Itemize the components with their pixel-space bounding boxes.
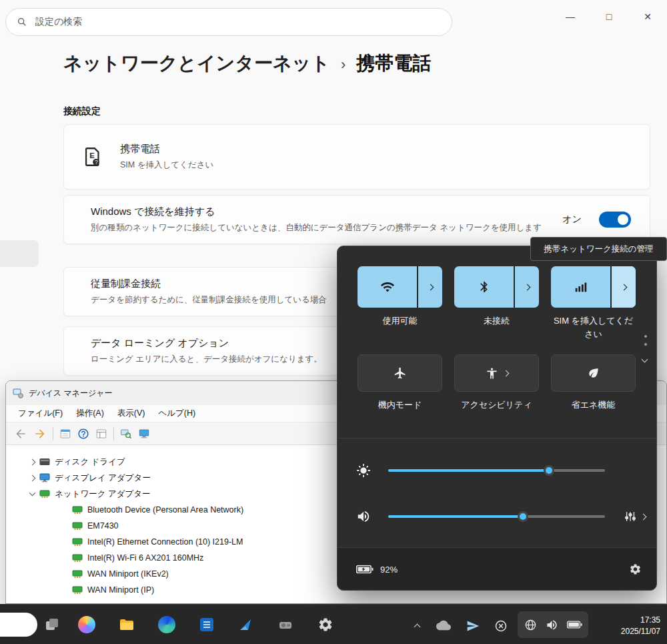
chevron-right-icon[interactable] [29, 458, 36, 465]
hidden-icons-button[interactable] [408, 618, 426, 635]
card-title: 従量制課金接続 [91, 278, 327, 290]
settings-gear-button[interactable] [629, 563, 642, 575]
bluetooth-tile-label: 未接続 [454, 314, 539, 328]
tray-plane-button[interactable] [464, 617, 482, 635]
taskbar-app-gray[interactable] [271, 611, 300, 638]
x-circle-icon [494, 619, 508, 633]
accessibility-icon [486, 367, 498, 380]
svg-text:?: ? [95, 159, 98, 166]
tree-item-label: Intel(R) Ethernet Connection (10) I219-L… [87, 537, 243, 547]
bluetooth-expand-button[interactable] [515, 266, 539, 308]
brightness-icon [356, 463, 371, 478]
collapse-tiles-button[interactable] [637, 352, 652, 366]
cellular-tile-label: SIM を挿入してください [551, 314, 636, 341]
taskbar-app-file-explorer[interactable] [112, 611, 141, 638]
edge-icon [158, 616, 175, 633]
sound-output-button[interactable] [624, 511, 646, 523]
cellular-sim-card[interactable]: E ? 携帯電話 SIM を挿入してください [63, 124, 650, 190]
wifi-button[interactable] [358, 266, 417, 308]
breadcrumb-separator-icon: › [341, 54, 346, 73]
network-adapter-icon [72, 505, 83, 515]
toolbar-properties-button[interactable] [95, 428, 107, 440]
volume-slider[interactable] [388, 515, 605, 518]
tree-item-label: WAN Miniport (IP) [87, 585, 154, 595]
nav-item-partial[interactable] [0, 240, 39, 267]
search-icon [17, 17, 27, 27]
accessibility-tile[interactable] [454, 354, 539, 392]
airplane-mode-tile[interactable] [358, 354, 442, 392]
menu-file[interactable]: ファイル(F) [11, 408, 69, 419]
window-controls: — □ ✕ [551, 3, 667, 31]
taskbar-clock[interactable]: 17:35 2025/11/07 [621, 615, 660, 637]
cellular-tile[interactable] [551, 266, 636, 308]
toolbar-computer-button[interactable] [138, 428, 150, 440]
energy-saver-tile[interactable] [551, 354, 636, 392]
chevron-right-icon[interactable] [29, 474, 36, 481]
menu-help[interactable]: ヘルプ(H) [151, 408, 202, 419]
widgets-button[interactable] [0, 613, 37, 637]
card-title: 携帯電話 [120, 143, 213, 155]
toolbar-console-button[interactable] [59, 428, 71, 440]
network-adapter-icon [72, 585, 83, 595]
close-button[interactable]: ✕ [628, 3, 667, 31]
toolbar-help-button[interactable] [77, 428, 89, 440]
brightness-slider[interactable] [388, 469, 605, 472]
volume-slider-thumb[interactable] [518, 511, 528, 522]
gear-icon [317, 617, 334, 633]
taskbar-app-blue[interactable] [231, 611, 260, 638]
folder-icon [117, 617, 136, 633]
sound-mixer-icon [624, 511, 636, 523]
tree-item-label: EM7430 [87, 521, 119, 531]
network-adapter-icon [72, 569, 83, 579]
toolbar-forward-button[interactable] [33, 427, 47, 440]
battery-status-button[interactable]: 92% [356, 564, 398, 574]
page-title: 携帯電話 [356, 51, 431, 76]
taskbar-app-blue-grid[interactable] [192, 611, 221, 638]
card-title: データ ローミング オプション [91, 337, 322, 350]
keep-connected-toggle[interactable] [599, 212, 631, 228]
bluetooth-button[interactable] [454, 266, 514, 308]
search-input[interactable]: 設定の検索 [5, 8, 452, 36]
accessibility-tile-label: アクセシビリティ [454, 398, 539, 412]
tray-onedrive-button[interactable] [435, 617, 452, 634]
divider [338, 438, 656, 438]
toolbar-back-button[interactable] [14, 427, 27, 440]
gear-icon [629, 563, 642, 575]
taskbar-app-settings[interactable] [311, 611, 340, 638]
quick-settings-panel: 使用可能 未接続 SIM を挿入してください 機内モード [337, 246, 657, 591]
cellular-expand-button[interactable] [612, 266, 636, 308]
cellular-button[interactable] [551, 266, 610, 308]
network-adapter-icon [39, 489, 50, 499]
wifi-tile[interactable] [358, 266, 442, 308]
card-subtitle: 別の種類のネットワークに接続していないときは、自動的にデータ通信プランの携帯デー… [91, 222, 542, 234]
chevron-right-icon [502, 370, 509, 376]
menu-action[interactable]: 操作(A) [69, 408, 111, 419]
page-dot [644, 335, 647, 338]
minimize-button[interactable]: — [551, 3, 590, 31]
tray-x-circle-button[interactable] [492, 617, 510, 635]
slider-fill [388, 515, 523, 518]
brightness-row [338, 456, 656, 485]
chevron-down-icon[interactable] [29, 489, 36, 496]
cellular-icon [574, 280, 588, 294]
toolbar-scan-hardware-button[interactable] [120, 428, 132, 440]
wifi-expand-button[interactable] [418, 266, 442, 308]
quick-settings-tray-button[interactable] [518, 611, 588, 638]
network-adapter-icon [72, 537, 83, 547]
wifi-tile-label: 使用可能 [358, 314, 442, 328]
sim-card-icon: E ? [81, 145, 104, 168]
taskbar-app-copilot[interactable] [72, 611, 101, 638]
bluetooth-tile[interactable] [454, 266, 539, 308]
energy-tile-label: 省エネ機能 [551, 398, 636, 412]
taskbar-app-edge[interactable] [152, 611, 181, 638]
page-indicator [644, 335, 647, 346]
tree-item-label: WAN Miniport (IKEv2) [87, 569, 169, 579]
brightness-slider-thumb[interactable] [544, 465, 554, 476]
taskbar-app-task-view[interactable] [37, 611, 67, 638]
maximize-button[interactable]: □ [590, 3, 628, 31]
card-subtitle: データを節約するために、従量制課金接続を使用している場合 [91, 294, 327, 306]
blue-flag-icon [237, 617, 253, 633]
tree-item-label: Intel(R) Wi-Fi 6 AX201 160MHz [87, 553, 203, 563]
menu-view[interactable]: 表示(V) [111, 408, 152, 419]
breadcrumb-parent[interactable]: ネットワークとインターネット [63, 51, 330, 76]
